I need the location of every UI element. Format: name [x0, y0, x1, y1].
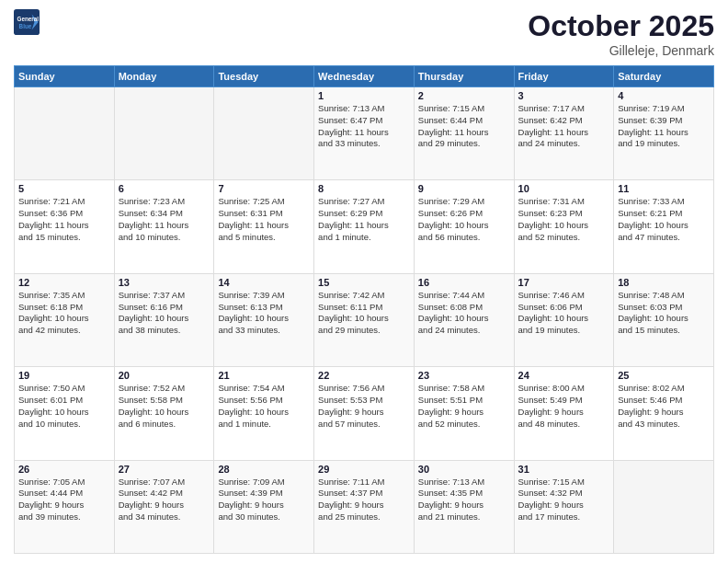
day-number: 14 — [218, 277, 310, 288]
col-wednesday: Wednesday — [314, 66, 415, 87]
day-info: Sunrise: 7:48 AMSunset: 6:03 PMDaylight:… — [618, 290, 710, 337]
table-row: 2Sunrise: 7:15 AMSunset: 6:44 PMDaylight… — [414, 87, 514, 180]
table-row: 29Sunrise: 7:11 AMSunset: 4:37 PMDayligh… — [314, 460, 415, 553]
day-info: Sunrise: 7:09 AMSunset: 4:39 PMDaylight:… — [218, 477, 310, 523]
table-row: 11Sunrise: 7:33 AMSunset: 6:21 PMDayligh… — [614, 180, 714, 273]
calendar-week-row: 12Sunrise: 7:35 AMSunset: 6:18 PMDayligh… — [15, 273, 714, 366]
day-number: 25 — [618, 370, 710, 381]
col-friday: Friday — [514, 66, 614, 87]
table-row: 14Sunrise: 7:39 AMSunset: 6:13 PMDayligh… — [214, 273, 314, 366]
day-number: 29 — [318, 464, 410, 475]
day-number: 16 — [418, 277, 510, 288]
table-row: 18Sunrise: 7:48 AMSunset: 6:03 PMDayligh… — [614, 273, 714, 366]
day-info: Sunrise: 7:35 AMSunset: 6:18 PMDaylight:… — [18, 290, 110, 337]
day-info: Sunrise: 7:13 AMSunset: 6:47 PMDaylight:… — [318, 103, 410, 150]
calendar-week-row: 1Sunrise: 7:13 AMSunset: 6:47 PMDaylight… — [15, 87, 714, 180]
day-number: 10 — [518, 183, 610, 194]
table-row: 30Sunrise: 7:13 AMSunset: 4:35 PMDayligh… — [414, 460, 514, 553]
day-info: Sunrise: 7:19 AMSunset: 6:39 PMDaylight:… — [618, 103, 710, 150]
calendar-table: Sunday Monday Tuesday Wednesday Thursday… — [14, 65, 714, 554]
table-row: 22Sunrise: 7:56 AMSunset: 5:53 PMDayligh… — [314, 367, 415, 460]
table-row: 10Sunrise: 7:31 AMSunset: 6:23 PMDayligh… — [514, 180, 614, 273]
table-row — [614, 460, 714, 553]
day-info: Sunrise: 7:50 AMSunset: 6:01 PMDaylight:… — [18, 383, 110, 430]
day-info: Sunrise: 8:00 AMSunset: 5:49 PMDaylight:… — [518, 383, 610, 430]
day-info: Sunrise: 7:11 AMSunset: 4:37 PMDaylight:… — [318, 477, 410, 523]
col-monday: Monday — [114, 66, 214, 87]
day-info: Sunrise: 8:02 AMSunset: 5:46 PMDaylight:… — [618, 383, 710, 430]
day-number: 23 — [418, 370, 510, 381]
day-number: 28 — [218, 464, 310, 475]
day-info: Sunrise: 7:37 AMSunset: 6:16 PMDaylight:… — [119, 290, 210, 337]
day-number: 18 — [618, 277, 710, 288]
calendar-header-row: Sunday Monday Tuesday Wednesday Thursday… — [15, 66, 714, 87]
day-info: Sunrise: 7:56 AMSunset: 5:53 PMDaylight:… — [318, 383, 410, 430]
col-sunday: Sunday — [15, 66, 115, 87]
table-row: 17Sunrise: 7:46 AMSunset: 6:06 PMDayligh… — [514, 273, 614, 366]
calendar-week-row: 26Sunrise: 7:05 AMSunset: 4:44 PMDayligh… — [15, 460, 714, 553]
logo-icon: General Blue — [14, 9, 40, 35]
day-number: 5 — [18, 183, 110, 194]
day-info: Sunrise: 7:39 AMSunset: 6:13 PMDaylight:… — [218, 290, 310, 337]
location-subtitle: Gilleleje, Denmark — [528, 43, 714, 58]
table-row: 20Sunrise: 7:52 AMSunset: 5:58 PMDayligh… — [114, 367, 214, 460]
table-row: 16Sunrise: 7:44 AMSunset: 6:08 PMDayligh… — [414, 273, 514, 366]
day-number: 11 — [618, 183, 710, 194]
table-row: 31Sunrise: 7:15 AMSunset: 4:32 PMDayligh… — [514, 460, 614, 553]
col-tuesday: Tuesday — [214, 66, 314, 87]
table-row: 27Sunrise: 7:07 AMSunset: 4:42 PMDayligh… — [114, 460, 214, 553]
table-row: 3Sunrise: 7:17 AMSunset: 6:42 PMDaylight… — [514, 87, 614, 180]
day-number: 17 — [518, 277, 610, 288]
day-number: 2 — [418, 90, 510, 101]
day-number: 20 — [119, 370, 210, 381]
header: General Blue October 2025 Gilleleje, Den… — [14, 9, 714, 58]
table-row: 28Sunrise: 7:09 AMSunset: 4:39 PMDayligh… — [214, 460, 314, 553]
table-row — [15, 87, 115, 180]
day-number: 3 — [518, 90, 610, 101]
table-row: 1Sunrise: 7:13 AMSunset: 6:47 PMDaylight… — [314, 87, 415, 180]
day-info: Sunrise: 7:17 AMSunset: 6:42 PMDaylight:… — [518, 103, 610, 150]
day-number: 30 — [418, 464, 510, 475]
calendar-week-row: 19Sunrise: 7:50 AMSunset: 6:01 PMDayligh… — [15, 367, 714, 460]
table-row: 13Sunrise: 7:37 AMSunset: 6:16 PMDayligh… — [114, 273, 214, 366]
table-row: 12Sunrise: 7:35 AMSunset: 6:18 PMDayligh… — [15, 273, 115, 366]
svg-text:Blue: Blue — [19, 23, 32, 29]
table-row: 25Sunrise: 8:02 AMSunset: 5:46 PMDayligh… — [614, 367, 714, 460]
table-row — [114, 87, 214, 180]
calendar-week-row: 5Sunrise: 7:21 AMSunset: 6:36 PMDaylight… — [15, 180, 714, 273]
day-info: Sunrise: 7:42 AMSunset: 6:11 PMDaylight:… — [318, 290, 410, 337]
table-row: 15Sunrise: 7:42 AMSunset: 6:11 PMDayligh… — [314, 273, 415, 366]
day-info: Sunrise: 7:07 AMSunset: 4:42 PMDaylight:… — [119, 477, 210, 523]
day-info: Sunrise: 7:25 AMSunset: 6:31 PMDaylight:… — [218, 196, 310, 243]
col-thursday: Thursday — [414, 66, 514, 87]
table-row: 4Sunrise: 7:19 AMSunset: 6:39 PMDaylight… — [614, 87, 714, 180]
table-row: 24Sunrise: 8:00 AMSunset: 5:49 PMDayligh… — [514, 367, 614, 460]
table-row: 9Sunrise: 7:29 AMSunset: 6:26 PMDaylight… — [414, 180, 514, 273]
day-number: 8 — [318, 183, 410, 194]
table-row: 6Sunrise: 7:23 AMSunset: 6:34 PMDaylight… — [114, 180, 214, 273]
table-row: 21Sunrise: 7:54 AMSunset: 5:56 PMDayligh… — [214, 367, 314, 460]
table-row — [214, 87, 314, 180]
calendar-page: General Blue October 2025 Gilleleje, Den… — [0, 0, 728, 563]
day-info: Sunrise: 7:46 AMSunset: 6:06 PMDaylight:… — [518, 290, 610, 337]
table-row: 23Sunrise: 7:58 AMSunset: 5:51 PMDayligh… — [414, 367, 514, 460]
month-year-title: October 2025 — [528, 9, 714, 43]
day-number: 15 — [318, 277, 410, 288]
table-row: 8Sunrise: 7:27 AMSunset: 6:29 PMDaylight… — [314, 180, 415, 273]
day-number: 22 — [318, 370, 410, 381]
day-info: Sunrise: 7:15 AMSunset: 4:32 PMDaylight:… — [518, 477, 610, 523]
day-number: 26 — [18, 464, 110, 475]
table-row: 19Sunrise: 7:50 AMSunset: 6:01 PMDayligh… — [15, 367, 115, 460]
day-info: Sunrise: 7:05 AMSunset: 4:44 PMDaylight:… — [18, 477, 110, 523]
day-number: 9 — [418, 183, 510, 194]
day-info: Sunrise: 7:33 AMSunset: 6:21 PMDaylight:… — [618, 196, 710, 243]
day-info: Sunrise: 7:44 AMSunset: 6:08 PMDaylight:… — [418, 290, 510, 337]
day-info: Sunrise: 7:31 AMSunset: 6:23 PMDaylight:… — [518, 196, 610, 243]
table-row: 7Sunrise: 7:25 AMSunset: 6:31 PMDaylight… — [214, 180, 314, 273]
day-number: 12 — [18, 277, 110, 288]
day-number: 19 — [18, 370, 110, 381]
day-number: 31 — [518, 464, 610, 475]
day-info: Sunrise: 7:54 AMSunset: 5:56 PMDaylight:… — [218, 383, 310, 430]
day-number: 24 — [518, 370, 610, 381]
table-row: 5Sunrise: 7:21 AMSunset: 6:36 PMDaylight… — [15, 180, 115, 273]
